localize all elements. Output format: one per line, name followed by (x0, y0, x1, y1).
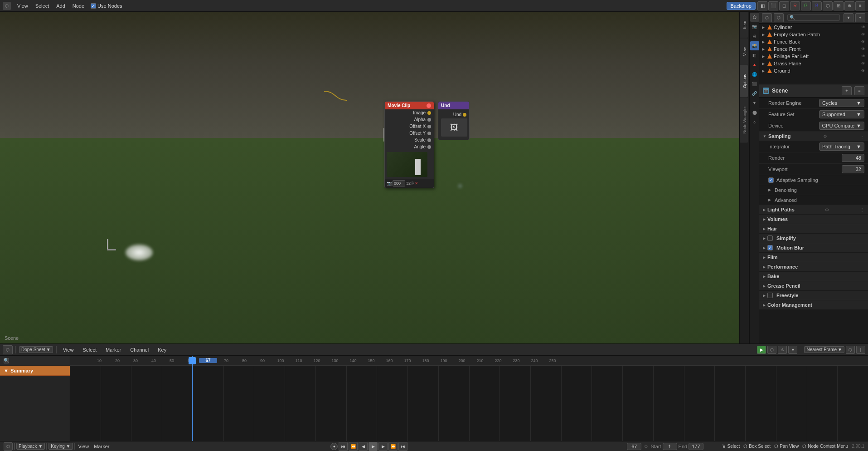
menu-view[interactable]: View (14, 2, 32, 10)
light-paths-section-header[interactable]: ▶ Light Paths ⚙ ⋮ (759, 205, 868, 215)
menu-node[interactable]: Node (69, 2, 88, 10)
start-frame-field[interactable]: 1 (663, 443, 677, 450)
picon-output[interactable]: 🖨 (750, 32, 759, 41)
picon-constraint[interactable]: 🔗 (750, 89, 759, 98)
outliner-item-fence-back[interactable]: ▶ Fence Back 👁 (759, 38, 868, 45)
render-value[interactable]: 48 (842, 154, 864, 162)
sb-marker-menu[interactable]: Marker (92, 443, 111, 450)
tc-record-btn[interactable]: ● (330, 443, 338, 450)
freestyle-section-header[interactable]: ▶ Freestyle (759, 291, 868, 300)
tb-icon-g[interactable]: G (801, 1, 811, 10)
dopesheet-timeline[interactable]: 10 20 30 40 50 60 67 70 80 90 100 110 12… (70, 356, 868, 441)
feature-set-dropdown[interactable]: Supported ▼ (819, 110, 864, 118)
picon-material[interactable]: ⬤ (750, 108, 759, 117)
color-management-section-header[interactable]: ▶ Color Management (759, 300, 868, 310)
ds-menu-channel[interactable]: Channel (126, 346, 152, 353)
freestyle-checkbox[interactable] (767, 293, 773, 298)
ds-filter-icon[interactable]: ▼ (788, 346, 797, 354)
integrator-dropdown[interactable]: Path Tracing ▼ (819, 142, 864, 151)
tc-play-btn[interactable]: ▶ (369, 442, 378, 451)
ds-menu-key[interactable]: Key (154, 346, 170, 353)
picon-world[interactable]: 🌐 (750, 70, 759, 79)
tc-skip-end-btn[interactable]: ⏭ (398, 442, 407, 451)
tb-icon-6[interactable]: ⊕ (844, 1, 854, 10)
light-paths-dots[interactable]: ⋮ (860, 207, 864, 212)
outliner-item-foliage[interactable]: ▶ Foliage Far Left 👁 (759, 53, 868, 60)
ds-mode-icon[interactable]: ⬡ (3, 345, 13, 354)
menu-add[interactable]: Add (53, 2, 69, 10)
scene-new-btn[interactable]: + (842, 86, 852, 95)
menu-select[interactable]: Select (32, 2, 53, 10)
node-icon-copy[interactable]: ⎘ (412, 181, 414, 186)
vtab-item[interactable]: Item (740, 12, 748, 38)
current-frame-field[interactable]: 67 (627, 443, 641, 450)
timeline-channels-area[interactable] (70, 366, 868, 441)
adaptive-sampling-row[interactable]: ✓ Adaptive Sampling (759, 175, 868, 185)
tc-prev-frame-btn[interactable]: ⏪ (349, 442, 358, 451)
vtab-view[interactable]: View (740, 38, 748, 65)
sampling-gear-icon[interactable]: ⚙ (823, 134, 827, 139)
picon-scene[interactable]: ⬡ (750, 13, 759, 22)
sampling-dots-icon[interactable]: ⋮ (860, 134, 864, 139)
ds-prop-icon[interactable]: | (856, 346, 865, 354)
bake-section-header[interactable]: ▶ Bake (759, 272, 868, 281)
ds-menu-view[interactable]: View (59, 346, 78, 353)
outliner-item-garden[interactable]: ▶ Empty Garden Patch 👁 (759, 31, 868, 38)
tc-next-key-btn[interactable]: ▶ (378, 442, 388, 451)
viewport[interactable]: Movie Clip Image Alpha Offset X Offset Y (0, 12, 739, 343)
simplify-checkbox[interactable] (767, 235, 773, 241)
vtab-node-wrangler[interactable]: Node Wrangler (740, 97, 748, 142)
outliner-icon-1[interactable]: ⬡ (762, 13, 772, 22)
picon-render-props[interactable]: 📸 (750, 41, 759, 50)
tc-prev-key-btn[interactable]: ◀ (359, 442, 368, 451)
outliner-item-ground[interactable]: ▶ Ground 👁 (759, 67, 868, 74)
picon-view-layer[interactable]: ◧ (750, 51, 759, 60)
movie-clip-node[interactable]: Movie Clip Image Alpha Offset X Offset Y (384, 101, 434, 188)
picon-data[interactable]: ▼ (750, 98, 759, 108)
render-engine-dropdown[interactable]: Cycles ▼ (819, 99, 864, 107)
outliner-search[interactable]: 🔍 (787, 14, 840, 21)
ds-menu-marker[interactable]: Marker (102, 346, 125, 353)
light-paths-gear[interactable]: ⚙ (825, 207, 829, 212)
picon-render[interactable]: 📷 (750, 22, 759, 31)
mode-icon-btn[interactable]: ⬡ (4, 442, 13, 451)
ds-menu-select[interactable]: Select (79, 346, 100, 353)
node-close-btn[interactable] (427, 103, 431, 108)
vtab-options[interactable]: Options (740, 65, 748, 97)
tb-icon-b[interactable]: B (812, 1, 822, 10)
denoising-row[interactable]: ▶ Denoising (759, 185, 868, 195)
device-dropdown[interactable]: GPU Compute ▼ (819, 122, 864, 130)
tb-icon-1[interactable]: ◧ (757, 1, 767, 10)
tb-icon-5[interactable]: ⊞ (834, 1, 844, 10)
interpolation-dropdown[interactable]: Nearest Frame ▼ (804, 346, 844, 353)
tb-icon-r[interactable]: R (790, 1, 800, 10)
tb-icon-2[interactable]: ⬛ (768, 1, 778, 10)
outliner-item-cylinder[interactable]: ▶ Cylinder 👁 (759, 24, 868, 31)
picon-object[interactable]: ⬛ (750, 79, 759, 88)
node-frame-input[interactable] (393, 180, 405, 186)
performance-section-header[interactable]: ▶ Performance (759, 262, 868, 272)
simplify-section-header[interactable]: ▶ Simplify (759, 234, 868, 243)
keying-dropdown[interactable]: Keying ▼ (48, 443, 73, 450)
outliner-new[interactable]: + (855, 13, 865, 22)
backdrop-button[interactable]: Backdrop (727, 2, 756, 10)
film-section-header[interactable]: ▶ Film (759, 253, 868, 262)
end-frame-field[interactable]: 177 (689, 443, 703, 450)
picon-scene-props[interactable]: 🔺 (750, 60, 759, 69)
outliner-item-grass[interactable]: ▶ Grass Plane 👁 (759, 60, 868, 67)
volumes-section-header[interactable]: ▶ Volumes (759, 215, 868, 224)
outliner-filter[interactable]: ▼ (844, 13, 853, 22)
ds-play-btn[interactable]: ▶ (757, 346, 766, 354)
hair-section-header[interactable]: ▶ Hair (759, 224, 868, 234)
tb-icon-3[interactable]: ◻ (779, 1, 789, 10)
ds-summary-row[interactable]: ▼ Summary (0, 366, 70, 376)
ds-search-icon[interactable]: 🔍 (4, 358, 9, 363)
sb-view-menu[interactable]: View (77, 443, 91, 450)
playback-dropdown[interactable]: Playback ▼ (16, 443, 45, 450)
advanced-row[interactable]: ▶ Advanced (759, 195, 868, 205)
motion-blur-checkbox[interactable]: ✓ (767, 245, 773, 250)
grease-pencil-section-header[interactable]: ▶ Grease Pencil (759, 281, 868, 291)
tc-skip-start-btn[interactable]: ⏮ (339, 442, 348, 451)
sampling-section-header[interactable]: ▼ Sampling ⚙ ⋮ (759, 132, 868, 141)
ds-snap-icon[interactable]: ⬡ (846, 346, 855, 354)
